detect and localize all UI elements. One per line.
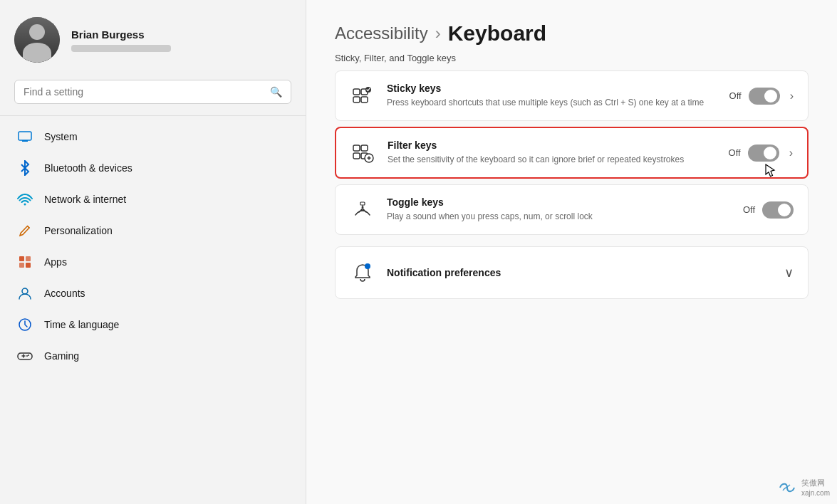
sticky-keys-card: Sticky keys Press keyboard shortcuts tha… bbox=[335, 70, 809, 121]
personalization-icon bbox=[17, 223, 33, 238]
nav-items: System Bluetooth & devices Network & int… bbox=[0, 122, 306, 371]
filter-keys-card: Filter keys Set the sensitivity of the k… bbox=[335, 127, 809, 179]
filter-keys-desc: Set the sensitivity of the keyboard so i… bbox=[388, 153, 717, 166]
sidebar-item-network[interactable]: Network & internet bbox=[6, 184, 300, 214]
notification-icon bbox=[350, 260, 375, 285]
section-label: Sticky, Filter, and Toggle keys bbox=[335, 53, 809, 63]
notification-row[interactable]: Notification preferences ∨ bbox=[336, 247, 808, 298]
watermark-logo bbox=[777, 479, 797, 496]
toggle-keys-toggle[interactable] bbox=[762, 201, 794, 219]
user-name: Brian Burgess bbox=[71, 28, 171, 41]
svg-rect-5 bbox=[19, 263, 24, 268]
toggle-keys-icon bbox=[350, 197, 375, 223]
sidebar-divider bbox=[0, 115, 306, 116]
svg-rect-4 bbox=[26, 256, 31, 261]
filter-keys-text: Filter keys Set the sensitivity of the k… bbox=[388, 140, 717, 166]
system-icon bbox=[17, 129, 33, 145]
sidebar-item-time[interactable]: Time & language bbox=[6, 310, 300, 340]
notification-card: Notification preferences ∨ bbox=[335, 246, 809, 299]
toggle-keys-row[interactable]: Toggle keys Play a sound when you press … bbox=[336, 185, 808, 234]
svg-rect-14 bbox=[353, 97, 360, 103]
sidebar-item-label-gaming: Gaming bbox=[44, 350, 79, 362]
svg-point-11 bbox=[28, 355, 29, 356]
sidebar: Brian Burgess 🔍 System Blueto bbox=[0, 0, 306, 504]
sticky-keys-row[interactable]: Sticky keys Press keyboard shortcuts tha… bbox=[336, 71, 808, 120]
sidebar-item-label-time: Time & language bbox=[44, 319, 119, 330]
filter-keys-toggle[interactable] bbox=[748, 145, 779, 162]
bluetooth-icon bbox=[17, 160, 33, 176]
svg-point-10 bbox=[26, 355, 28, 357]
svg-rect-1 bbox=[22, 140, 28, 142]
filter-keys-icon bbox=[350, 140, 376, 166]
filter-keys-chevron: › bbox=[789, 147, 793, 159]
sidebar-item-apps[interactable]: Apps bbox=[6, 247, 300, 277]
sidebar-item-label-accounts: Accounts bbox=[44, 288, 85, 299]
search-icon[interactable]: 🔍 bbox=[270, 86, 282, 98]
gaming-icon bbox=[17, 348, 33, 364]
sidebar-item-system[interactable]: System bbox=[6, 122, 300, 152]
notification-title: Notification preferences bbox=[387, 267, 773, 278]
notification-chevron: ∨ bbox=[784, 265, 794, 280]
svg-rect-18 bbox=[361, 145, 368, 151]
sidebar-item-label-system: System bbox=[44, 131, 78, 142]
watermark: 笑傲网 xajn.com bbox=[777, 478, 830, 497]
accounts-icon bbox=[17, 285, 33, 301]
main-content: Accessibility › Keyboard Sticky, Filter,… bbox=[306, 0, 837, 504]
svg-rect-6 bbox=[26, 263, 31, 268]
toggle-keys-title: Toggle keys bbox=[387, 196, 732, 208]
user-email-bar bbox=[71, 45, 171, 52]
breadcrumb-parent: Accessibility bbox=[335, 23, 428, 43]
toggle-keys-desc: Play a sound when you press caps, num, o… bbox=[387, 210, 732, 223]
svg-point-2 bbox=[24, 204, 26, 206]
sticky-keys-control: Off › bbox=[729, 88, 794, 105]
sticky-keys-chevron: › bbox=[790, 90, 794, 103]
toggle-keys-text: Toggle keys Play a sound when you press … bbox=[387, 196, 732, 223]
svg-rect-17 bbox=[353, 145, 360, 151]
svg-rect-23 bbox=[360, 202, 365, 205]
sidebar-item-label-bluetooth: Bluetooth & devices bbox=[44, 162, 132, 174]
sidebar-item-label-apps: Apps bbox=[44, 256, 67, 268]
svg-rect-15 bbox=[361, 97, 368, 103]
filter-keys-title: Filter keys bbox=[388, 140, 717, 151]
svg-point-24 bbox=[365, 263, 370, 269]
watermark-text: 笑傲网 xajn.com bbox=[801, 478, 830, 497]
cursor-indicator bbox=[764, 163, 776, 179]
svg-rect-19 bbox=[353, 153, 360, 159]
search-input[interactable] bbox=[24, 86, 264, 98]
user-info: Brian Burgess bbox=[71, 28, 171, 52]
filter-keys-status: Off bbox=[729, 147, 741, 158]
time-icon bbox=[17, 317, 33, 332]
sidebar-item-personalization[interactable]: Personalization bbox=[6, 216, 300, 246]
breadcrumb-separator: › bbox=[435, 23, 441, 43]
sticky-keys-desc: Press keyboard shortcuts that use multip… bbox=[387, 96, 718, 109]
filter-keys-control: Off › bbox=[729, 145, 793, 162]
sidebar-item-gaming[interactable]: Gaming bbox=[6, 341, 300, 371]
sticky-keys-status: Off bbox=[729, 90, 742, 101]
apps-icon bbox=[17, 254, 33, 270]
sticky-keys-toggle[interactable] bbox=[749, 88, 780, 105]
sticky-keys-title: Sticky keys bbox=[387, 83, 718, 94]
svg-point-7 bbox=[22, 288, 28, 294]
sidebar-item-label-personalization: Personalization bbox=[44, 225, 113, 236]
toggle-keys-control: Off bbox=[743, 201, 794, 219]
filter-keys-row[interactable]: Filter keys Set the sensitivity of the k… bbox=[336, 128, 807, 177]
user-profile: Brian Burgess bbox=[0, 0, 306, 77]
page-title: Keyboard bbox=[448, 21, 546, 46]
sticky-keys-text: Sticky keys Press keyboard shortcuts tha… bbox=[387, 83, 718, 109]
toggle-keys-card: Toggle keys Play a sound when you press … bbox=[335, 184, 809, 235]
svg-rect-0 bbox=[19, 132, 31, 140]
avatar bbox=[14, 17, 60, 63]
sticky-keys-icon bbox=[350, 83, 375, 109]
toggle-keys-status: Off bbox=[743, 204, 755, 215]
breadcrumb: Accessibility › Keyboard bbox=[335, 21, 809, 46]
sidebar-item-accounts[interactable]: Accounts bbox=[6, 278, 300, 308]
network-icon bbox=[17, 191, 33, 207]
svg-rect-12 bbox=[353, 89, 360, 95]
sidebar-item-bluetooth[interactable]: Bluetooth & devices bbox=[6, 153, 300, 183]
sidebar-item-label-network: Network & internet bbox=[44, 194, 126, 205]
search-box[interactable]: 🔍 bbox=[14, 80, 291, 104]
svg-rect-3 bbox=[19, 256, 24, 261]
